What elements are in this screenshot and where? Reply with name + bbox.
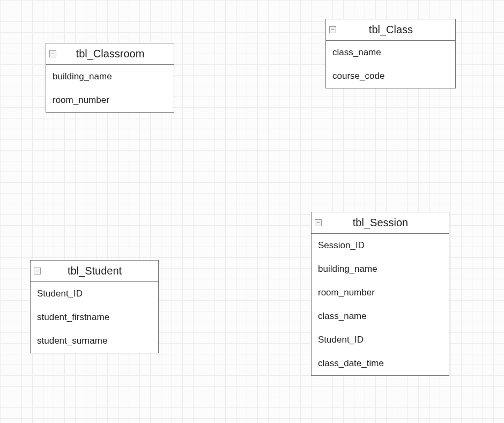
- collapse-icon[interactable]: −: [315, 219, 322, 226]
- field-item[interactable]: class_name: [312, 305, 449, 328]
- entity-header: − tbl_Classroom: [46, 43, 174, 65]
- entity-header: − tbl_Class: [326, 19, 455, 41]
- entity-title: tbl_Class: [338, 24, 451, 36]
- entity-session[interactable]: − tbl_Session Session_ID building_name r…: [311, 212, 449, 376]
- entity-fields: Session_ID building_name room_number cla…: [312, 234, 449, 375]
- entity-fields: building_name room_number: [46, 65, 174, 112]
- collapse-icon[interactable]: −: [34, 268, 41, 274]
- entity-fields: class_name course_code: [326, 41, 455, 88]
- entity-title: tbl_Session: [324, 217, 444, 229]
- field-item[interactable]: building_name: [312, 257, 449, 281]
- entity-fields: Student_ID student_firstname student_sur…: [31, 282, 158, 353]
- field-item[interactable]: Student_ID: [312, 328, 449, 352]
- entity-title: tbl_Classroom: [58, 48, 169, 60]
- field-item[interactable]: building_name: [46, 65, 174, 88]
- field-item[interactable]: room_number: [46, 88, 174, 112]
- entity-class[interactable]: − tbl_Class class_name course_code: [325, 19, 456, 88]
- collapse-icon[interactable]: −: [329, 26, 336, 33]
- field-item[interactable]: student_firstname: [31, 306, 158, 329]
- field-item[interactable]: Session_ID: [312, 234, 449, 257]
- field-item[interactable]: student_surname: [31, 329, 158, 353]
- field-item[interactable]: course_code: [326, 64, 455, 88]
- entity-student[interactable]: − tbl_Student Student_ID student_firstna…: [30, 260, 159, 353]
- entity-header: − tbl_Session: [312, 212, 449, 234]
- field-item[interactable]: Student_ID: [31, 282, 158, 306]
- field-item[interactable]: room_number: [312, 281, 449, 305]
- entity-title: tbl_Student: [43, 265, 154, 277]
- collapse-icon[interactable]: −: [49, 50, 56, 57]
- entity-classroom[interactable]: − tbl_Classroom building_name room_numbe…: [46, 43, 174, 113]
- field-item[interactable]: class_name: [326, 41, 455, 64]
- field-item[interactable]: class_date_time: [312, 352, 449, 375]
- entity-header: − tbl_Student: [31, 261, 158, 282]
